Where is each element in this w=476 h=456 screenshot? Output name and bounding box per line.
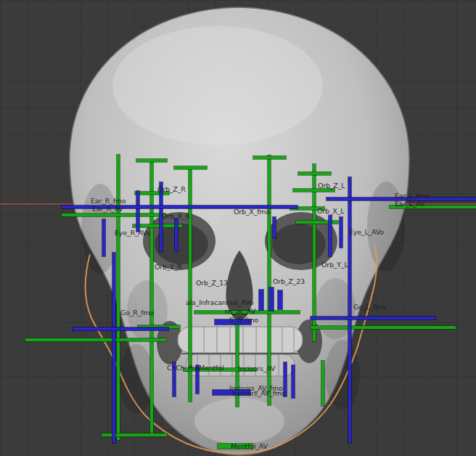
landmark-label: ChCh_IfraMentfol (167, 365, 223, 372)
landmark-label: ala_Infracaninal_AVo (186, 299, 253, 306)
landmark-label: Ear_R_fmo (91, 198, 126, 205)
landmark-label: Orb_Z_23 (273, 278, 305, 285)
landmark-label: Go_L_fmo (353, 304, 386, 311)
landmark-label: Ear_L_fmo (395, 192, 429, 200)
landmark-label: Eye_L_AVo (349, 229, 384, 236)
landmark-label: Orb_Y_R (155, 264, 182, 271)
landmark-label: Orb_X_fmo (234, 208, 270, 216)
landmark-labels-layer: Ear_R_fmoEar_R_AVOrb_Z_ROrb_X_ROrb_X_fmo… (0, 0, 476, 456)
landmark-label: Mentfol_AV (231, 443, 268, 450)
landmark-label: Orb_Z_L (318, 182, 345, 190)
landmark-label: Orb_Z_R (157, 186, 186, 193)
landmark-label: Orb_X_L (317, 208, 344, 215)
landmark-label: S_G_fmo (229, 317, 258, 324)
landmark-label: ns_ac_AV (225, 308, 255, 315)
landmark-label: Go_R_fmo (120, 309, 154, 317)
landmark-label: Incisors_AV (238, 365, 275, 372)
landmark-label: Orb_Y_L (321, 261, 348, 269)
landmark-label: Orb_Z_13 (196, 280, 228, 287)
landmark-label: Orb_X_R (162, 213, 190, 220)
landmark-label: Ear_R_AV (92, 205, 123, 213)
landmark-label: Eye_R_AVo (115, 229, 150, 237)
landmark-label: Incisors_AV_fmo (232, 390, 286, 397)
3d-viewport[interactable]: Ear_R_fmoEar_R_AVOrb_Z_ROrb_X_ROrb_X_fmo… (0, 0, 476, 456)
landmark-label: Ear_L_AV (395, 200, 424, 208)
